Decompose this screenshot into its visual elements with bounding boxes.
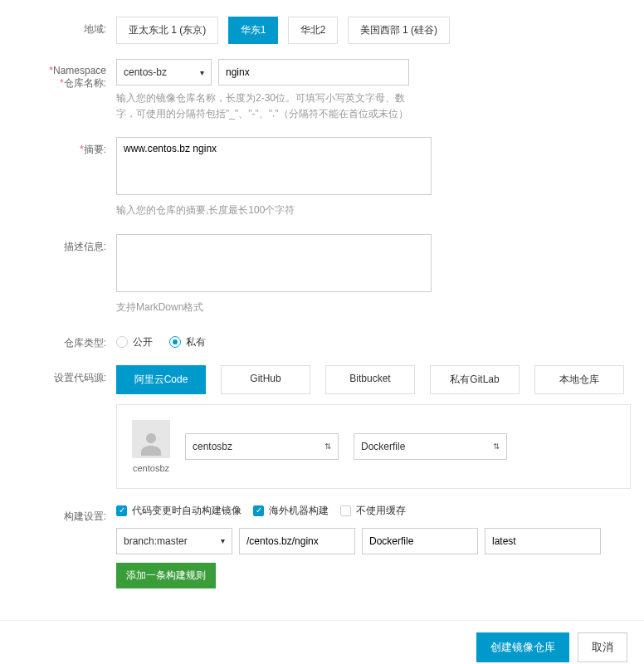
description-textarea[interactable] — [116, 234, 432, 292]
repo-name-hint: 输入您的镜像仓库名称，长度为2-30位。可填写小写英文字母、数字，可使用的分隔符… — [116, 90, 415, 122]
code-source-panel: centosbz centosbz ⇅ Dockerfile ⇅ — [116, 404, 631, 489]
repo-type-label: 仓库类型: — [17, 330, 116, 350]
code-source-github[interactable]: GitHub — [221, 365, 310, 394]
chevron-down-icon: ▾ — [200, 68, 204, 77]
build-tag-input[interactable] — [485, 528, 601, 554]
build-settings-label: 构建设置: — [17, 504, 116, 588]
region-btn-tokyo[interactable]: 亚太东北 1 (东京) — [116, 17, 218, 44]
build-check-label: 海外机器构建 — [269, 504, 329, 518]
description-label: 描述信息: — [17, 234, 116, 315]
radio-icon — [116, 336, 128, 348]
dialog-footer: 创建镜像仓库 取消 — [0, 620, 644, 664]
code-source-local[interactable]: 本地仓库 — [534, 365, 624, 394]
code-source-aliyun[interactable]: 阿里云Code — [116, 365, 206, 394]
checkbox-icon — [253, 505, 264, 516]
code-source-bitbucket[interactable]: Bitbucket — [325, 365, 415, 394]
region-label: 地域: — [17, 17, 116, 44]
build-path-input[interactable] — [239, 528, 355, 554]
build-check-nocache[interactable]: 不使用缓存 — [340, 504, 406, 518]
summary-label: *摘要: — [17, 137, 116, 218]
checkbox-icon — [340, 505, 351, 516]
code-file-select[interactable]: Dockerfile ⇅ — [354, 433, 507, 460]
repo-name-input[interactable] — [218, 59, 409, 85]
summary-hint: 输入您的仓库的摘要,长度最长100个字符 — [116, 203, 415, 218]
repo-type-public-radio[interactable]: 公开 — [116, 335, 153, 349]
cancel-button[interactable]: 取消 — [578, 632, 627, 662]
repo-type-private-label: 私有 — [186, 335, 206, 349]
region-btn-us-west[interactable]: 美国西部 1 (硅谷) — [348, 17, 450, 44]
radio-icon — [169, 336, 181, 348]
code-project-select[interactable]: centosbz ⇅ — [185, 433, 339, 460]
build-check-overseas[interactable]: 海外机器构建 — [253, 504, 329, 518]
chevron-down-icon: ▾ — [221, 536, 225, 545]
build-check-autobuild[interactable]: 代码变更时自动构建镜像 — [116, 504, 242, 518]
code-username: centosbz — [132, 463, 170, 473]
namespace-repo-label: *Namespace *仓库名称: — [17, 59, 116, 122]
code-source-gitlab[interactable]: 私有GitLab — [430, 365, 520, 394]
user-avatar-icon — [132, 420, 170, 458]
repo-type-private-radio[interactable]: 私有 — [169, 335, 206, 349]
build-check-label: 不使用缓存 — [356, 504, 406, 518]
code-source-label: 设置代码源: — [17, 365, 116, 489]
add-build-rule-button[interactable]: 添加一条构建规则 — [116, 563, 216, 588]
chevron-updown-icon: ⇅ — [493, 442, 500, 451]
build-branch-select[interactable]: branch:master ▾ — [116, 528, 232, 554]
build-check-label: 代码变更时自动构建镜像 — [132, 504, 242, 518]
build-dockerfile-input[interactable] — [362, 528, 478, 554]
summary-textarea[interactable]: www.centos.bz nginx — [116, 137, 432, 195]
region-btn-east1[interactable]: 华东1 — [228, 17, 279, 44]
region-buttons: 亚太东北 1 (东京) 华东1 华北2 美国西部 1 (硅谷) — [116, 17, 627, 44]
chevron-updown-icon: ⇅ — [324, 442, 331, 451]
create-repo-button[interactable]: 创建镜像仓库 — [476, 632, 569, 662]
checkbox-icon — [116, 505, 127, 516]
description-hint: 支持MarkDown格式 — [116, 300, 415, 315]
region-btn-north2[interactable]: 华北2 — [288, 17, 339, 44]
repo-type-public-label: 公开 — [133, 335, 153, 349]
namespace-select[interactable]: centos-bz ▾ — [116, 59, 212, 85]
